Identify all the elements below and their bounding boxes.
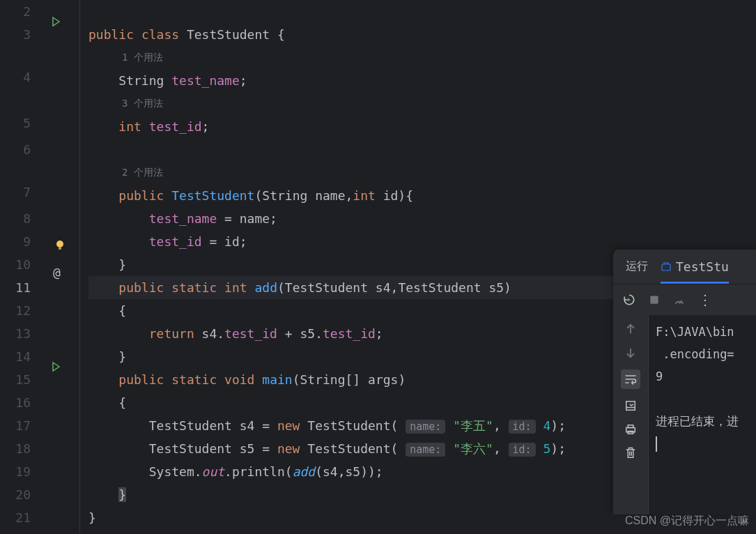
arrow-down-icon[interactable] <box>624 346 638 360</box>
watermark: CSDN @记得开心一点嘛 <box>625 514 749 528</box>
line-number: 4 <box>0 46 31 92</box>
line-number: 14 <box>0 345 31 368</box>
line-number: 2 <box>0 0 31 23</box>
rerun-icon[interactable] <box>623 293 635 306</box>
run-tab-active[interactable]: TestStu <box>661 250 729 284</box>
at-gutter-icon[interactable]: @ <box>53 265 61 280</box>
svg-rect-3 <box>650 296 658 303</box>
svg-rect-2 <box>662 264 670 270</box>
scroll-to-end-icon[interactable] <box>624 399 638 413</box>
print-icon[interactable] <box>624 422 638 436</box>
line-number: 17 <box>0 414 31 437</box>
console-output[interactable]: F:\JAVA\bin .encoding= 9 进程已结束，进 <box>648 315 756 514</box>
inlay-hint: name: <box>406 443 445 457</box>
run-toolbar: ⋮ <box>613 284 756 315</box>
svg-rect-6 <box>628 425 633 428</box>
line-number: 5 <box>0 92 31 138</box>
line-number: 10 <box>0 253 31 276</box>
trash-icon[interactable] <box>624 446 638 460</box>
line-number-gutter: 2 3 4 5 6 7 8 9 10 11 12 13 14 15 16 17 … <box>0 0 40 534</box>
svg-point-0 <box>56 241 63 247</box>
line-number: 7 <box>0 161 31 207</box>
lightbulb-icon[interactable] <box>54 239 65 250</box>
line-number: 16 <box>0 391 31 414</box>
run-side-toolbar <box>613 315 648 514</box>
line-number: 9 <box>0 230 31 253</box>
dashboard-icon[interactable] <box>673 293 686 306</box>
line-number: 22 <box>0 529 31 534</box>
inlay-hint: name: <box>406 420 445 434</box>
line-number: 3 <box>0 23 31 46</box>
line-number: 20 <box>0 483 31 506</box>
config-icon <box>661 261 672 273</box>
line-number: 13 <box>0 322 31 345</box>
stop-icon[interactable] <box>648 293 661 306</box>
gutter-icon-area: @ <box>40 0 79 534</box>
inlay-hint: id: <box>509 420 536 434</box>
run-tool-window: 运行 TestStu ⋮ F:\JAVA\bin .encoding= 9 进程… <box>613 250 756 514</box>
soft-wrap-icon[interactable] <box>621 369 640 389</box>
line-number: 12 <box>0 299 31 322</box>
run-gutter-icon[interactable] <box>50 15 61 26</box>
line-number-active: 11 <box>0 276 31 299</box>
arrow-up-icon[interactable] <box>624 322 638 336</box>
line-number: 18 <box>0 437 31 460</box>
run-panel-tabs: 运行 TestStu <box>613 250 756 284</box>
usage-hint[interactable]: 2 个用法 <box>88 161 756 184</box>
usage-hint[interactable]: 1 个用法 <box>88 46 756 69</box>
run-gutter-icon[interactable] <box>50 360 61 372</box>
inlay-hint: id: <box>509 443 536 457</box>
more-icon[interactable]: ⋮ <box>698 291 712 308</box>
run-tab-label: 运行 <box>626 259 648 274</box>
usage-hint[interactable]: 3 个用法 <box>88 92 756 115</box>
line-number: 19 <box>0 460 31 483</box>
line-number: 15 <box>0 368 31 391</box>
line-number: 8 <box>0 207 31 230</box>
line-number: 6 <box>0 138 31 161</box>
line-number: 21 <box>0 506 31 529</box>
svg-rect-1 <box>59 247 61 250</box>
